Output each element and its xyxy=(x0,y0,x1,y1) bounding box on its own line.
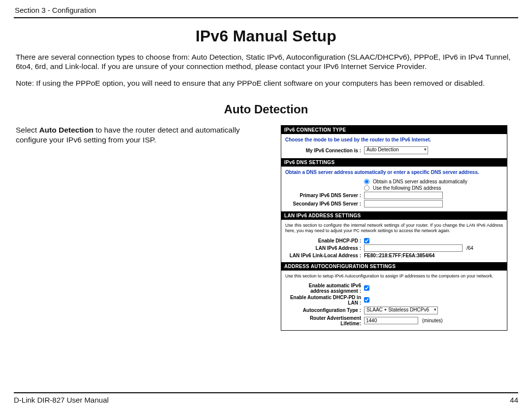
desc-bold: Auto Detection xyxy=(39,126,93,134)
intro-paragraph-1: There are several connection types to ch… xyxy=(16,52,516,71)
desc-pre: Select xyxy=(16,126,39,134)
ipv6-connection-hint: Choose the mode to be used by the router… xyxy=(285,137,503,142)
lan-ipv6-address-header: LAN IPv6 ADDRESS SETTINGS xyxy=(281,211,507,220)
address-autoconfig-header: ADDRESS AUTOCONFIGURATION SETTINGS xyxy=(281,262,507,271)
address-autoconfig-hint: Use this section to setup IPv6 Autoconfi… xyxy=(285,274,503,279)
lan-ipv6-hint: Use this section to configure the intern… xyxy=(285,223,503,234)
autoconfig-type-label: Autoconfiguration Type : xyxy=(285,308,364,313)
secondary-dns-input[interactable] xyxy=(364,200,443,207)
footer-rule xyxy=(14,392,518,393)
auto-dhcp-pd-checkbox[interactable] xyxy=(364,297,369,303)
ra-lifetime-input[interactable] xyxy=(364,317,418,324)
dns-manual-label: Use the following DNS address xyxy=(373,185,441,191)
ra-lifetime-label-1: Router Advertisement xyxy=(310,315,361,321)
ra-lifetime-label-2: Lifetime: xyxy=(340,321,361,326)
description-text: Select Auto Detection to have the router… xyxy=(16,125,272,331)
autoconfig-type-select[interactable]: SLAAC + Stateless DHCPv6 xyxy=(364,307,438,314)
section-header: Section 3 - Configuration xyxy=(14,5,518,18)
ipv6-dns-settings-header: IPv6 DNS SETTINGS xyxy=(281,158,507,167)
ipv6-dns-hint: Obtain a DNS server address automaticall… xyxy=(285,170,503,175)
link-local-label: LAN IPv6 Link-Local Address : xyxy=(285,253,364,258)
lan-ipv6-suffix: /64 xyxy=(466,245,473,251)
ipv6-connection-value: Auto Detection xyxy=(364,146,428,154)
link-local-value: FE80::218:E7FF:FE6A:3854/64 xyxy=(364,253,434,258)
auto-dhcp-pd-label-2: LAN : xyxy=(348,300,361,306)
dns-auto-radio[interactable] xyxy=(364,179,369,184)
intro-paragraph-2: Note: If using the PPPoE option, you wil… xyxy=(16,78,516,88)
auto-dhcp-pd-label-1: Enable Automatic DHCP-PD in xyxy=(290,295,361,300)
footer-page-number: 44 xyxy=(510,396,518,404)
auto-assign-label-2: address assignment : xyxy=(310,288,361,294)
primary-dns-input[interactable] xyxy=(364,192,443,199)
ipv6-connection-select[interactable]: Auto Detection xyxy=(364,146,428,154)
secondary-dns-label: Secondary IPv6 DNS Server : xyxy=(285,201,364,206)
section-subtitle: Auto Detection xyxy=(14,103,518,116)
lan-ipv6-address-label: LAN IPv6 Address : xyxy=(285,245,364,251)
router-config-panel: IPv6 CONNECTION TYPE Choose the mode to … xyxy=(281,125,507,331)
auto-assign-checkbox[interactable] xyxy=(364,285,369,291)
ipv6-connection-type-header: IPv6 CONNECTION TYPE xyxy=(281,126,507,134)
primary-dns-label: Primary IPv6 DNS Server : xyxy=(285,193,364,198)
autoconfig-type-value: SLAAC + Stateless DHCPv6 xyxy=(364,307,438,314)
page-title: IPv6 Manual Setup xyxy=(14,27,518,45)
my-ipv6-connection-label: My IPv6 Connection is : xyxy=(285,148,364,153)
enable-dhcp-pd-label: Enable DHCP-PD : xyxy=(285,238,364,243)
dns-auto-label: Obtain a DNS server address automaticall… xyxy=(373,179,467,184)
enable-dhcp-pd-checkbox[interactable] xyxy=(364,238,369,243)
auto-assign-label-1: Enable automatic IPv6 xyxy=(309,283,361,288)
dns-manual-radio[interactable] xyxy=(364,185,369,191)
ra-lifetime-suffix: (minutes) xyxy=(422,318,443,323)
lan-ipv6-address-input[interactable] xyxy=(364,244,463,252)
footer-left: D-Link DIR-827 User Manual xyxy=(14,396,109,404)
